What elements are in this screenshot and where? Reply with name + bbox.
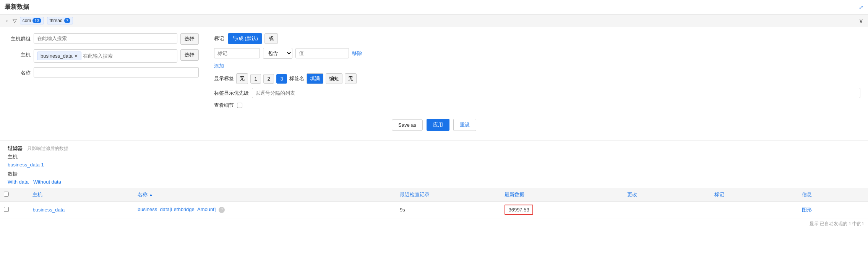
host-group-row: 主机群组 选择 bbox=[8, 33, 199, 45]
graph-link[interactable]: 图形 bbox=[802, 207, 812, 213]
filter-left: 主机群组 选择 主机 business_data ✕ bbox=[8, 33, 199, 113]
table-body: business_data business_data[Lethbridge_A… bbox=[0, 202, 868, 218]
data-sub-label: 数据 bbox=[8, 171, 18, 177]
display-none2-button[interactable]: 无 bbox=[345, 73, 357, 84]
shorten-button[interactable]: 编短 bbox=[326, 73, 342, 84]
tag-badge-com-count: 13 bbox=[32, 18, 41, 23]
save-as-button[interactable]: Save as bbox=[392, 119, 423, 131]
back-button[interactable]: ‹ bbox=[5, 17, 10, 24]
filter-info-title-row: 过滤器 只影响过滤后的数据 bbox=[8, 145, 860, 152]
col-header-last-check[interactable]: 最近检查记录 bbox=[396, 188, 501, 202]
host-group-select-button[interactable]: 选择 bbox=[180, 33, 199, 45]
row-host-link[interactable]: business_data bbox=[32, 207, 65, 213]
remove-tag-link[interactable]: 移除 bbox=[352, 50, 362, 57]
host-group-label: 主机群组 bbox=[8, 33, 31, 42]
col-header-checkbox bbox=[0, 188, 29, 202]
filter-panel: 主机群组 选择 主机 business_data ✕ bbox=[0, 27, 868, 140]
display-1-button[interactable]: 1 bbox=[250, 74, 261, 84]
row-latest-data-cell: 36997.53 bbox=[501, 202, 623, 218]
footer-text: 显示 已自动发现的 1 中的1 bbox=[0, 218, 868, 229]
table-row: business_data business_data[Lethbridge_A… bbox=[0, 202, 868, 218]
host-sub-row: 主机 bbox=[8, 153, 860, 160]
host-row: 主机 business_data ✕ 选择 bbox=[8, 49, 199, 63]
page-header: 最新数据 ⤢ bbox=[0, 0, 868, 15]
name-input[interactable] bbox=[34, 67, 199, 77]
tag-badge-thread[interactable]: thread 7 bbox=[47, 17, 73, 24]
toolbar-right: ∨ bbox=[859, 17, 863, 24]
tag-badge-com[interactable]: com 13 bbox=[20, 17, 44, 24]
display-none-button[interactable]: 无 bbox=[236, 73, 248, 84]
page-wrapper: 最新数据 ⤢ ‹ ▽ com 13 thread 7 ∨ 主机群组 bbox=[0, 0, 868, 271]
tag-badge-com-label: com bbox=[23, 18, 31, 23]
data-sub-row: 数据 bbox=[8, 171, 860, 177]
host-group-input[interactable] bbox=[34, 33, 177, 44]
host-select-button[interactable]: 选择 bbox=[180, 49, 199, 61]
reset-button[interactable]: 重设 bbox=[453, 119, 476, 131]
row-info-cell: 图形 bbox=[798, 202, 868, 218]
host-group-input-wrapper bbox=[34, 33, 177, 44]
tags-section-label: 标记 bbox=[214, 35, 224, 42]
tags-condition-row: 包含 等于 不包含 移除 bbox=[214, 48, 860, 59]
without-data-link[interactable]: Without data bbox=[33, 179, 61, 185]
with-data-link[interactable]: With data bbox=[8, 179, 29, 185]
tag-priority-input[interactable] bbox=[252, 88, 860, 98]
host-sub-label: 主机 bbox=[8, 154, 18, 160]
details-row: 查看细节 bbox=[214, 102, 860, 109]
tag-key-input[interactable] bbox=[214, 48, 260, 58]
tags-mode-row: 标记 与/成 (默认) 或 bbox=[214, 33, 860, 44]
details-checkbox[interactable] bbox=[237, 103, 242, 108]
tag-mode-or-button[interactable]: 或 bbox=[264, 33, 278, 44]
apply-button[interactable]: 应用 bbox=[427, 119, 449, 131]
col-header-host[interactable]: 主机 bbox=[29, 188, 133, 202]
tag-priority-label: 标签显示优先级 bbox=[214, 90, 249, 97]
col-header-info[interactable]: 信息 bbox=[798, 188, 868, 202]
name-label: 名称 bbox=[8, 67, 31, 76]
host-search-input[interactable] bbox=[83, 52, 174, 60]
name-input-wrapper bbox=[34, 67, 199, 77]
host-value[interactable]: business_data 1 bbox=[8, 162, 44, 168]
tag-badge-thread-label: thread bbox=[50, 18, 63, 23]
display-tags-row: 显示标签 无 1 2 3 标签名 填满 编短 无 bbox=[214, 73, 860, 84]
row-latest-data: 36997.53 bbox=[505, 205, 533, 215]
col-header-tags[interactable]: 标记 bbox=[711, 188, 798, 202]
col-header-name[interactable]: 名称 ▲ bbox=[134, 188, 396, 202]
data-table: 主机 名称 ▲ 最近检查记录 最新数据 更改 bbox=[0, 188, 868, 218]
expand-icon[interactable]: ⤢ bbox=[859, 4, 863, 10]
row-checkbox[interactable] bbox=[4, 207, 9, 212]
name-row: 名称 bbox=[8, 67, 199, 77]
table-header-row: 主机 名称 ▲ 最近检查记录 最新数据 更改 bbox=[0, 188, 868, 202]
display-3-button[interactable]: 3 bbox=[276, 74, 287, 84]
row-checkbox-cell bbox=[0, 202, 29, 218]
filter-data-row: With data Without data bbox=[8, 179, 860, 185]
host-tag: business_data ✕ bbox=[37, 52, 81, 60]
sort-asc-icon: ▲ bbox=[149, 192, 153, 197]
add-tag-wrapper: 添加 bbox=[214, 63, 860, 69]
page-title: 最新数据 bbox=[5, 3, 29, 11]
host-tag-remove[interactable]: ✕ bbox=[74, 53, 78, 59]
row-name-link[interactable]: business_data[Lethbridge_Amount] bbox=[138, 206, 216, 212]
tag-badge-thread-count: 7 bbox=[64, 18, 70, 23]
col-header-changes[interactable]: 更改 bbox=[623, 188, 711, 202]
filter-grid: 主机群组 选择 主机 business_data ✕ bbox=[8, 33, 860, 113]
host-input-area[interactable]: business_data ✕ bbox=[34, 49, 177, 63]
row-changes-cell bbox=[623, 202, 711, 218]
tag-mode-and-button[interactable]: 与/成 (默认) bbox=[228, 33, 262, 44]
host-input-wrapper: business_data ✕ bbox=[34, 49, 177, 63]
filter-right: 标记 与/成 (默认) 或 包含 等于 不包含 移除 bbox=[214, 33, 860, 113]
host-label: 主机 bbox=[8, 49, 31, 58]
tag-op-select[interactable]: 包含 等于 不包含 bbox=[263, 48, 292, 59]
row-name-cell: business_data[Lethbridge_Amount] ? bbox=[134, 202, 396, 218]
select-all-checkbox[interactable] bbox=[4, 192, 9, 197]
tag-name-label: 标签名 bbox=[289, 75, 304, 82]
row-host-cell: business_data bbox=[29, 202, 133, 218]
filter-info-title: 过滤器 bbox=[8, 145, 23, 151]
host-tag-value: business_data bbox=[41, 53, 73, 59]
details-label: 查看细节 bbox=[214, 102, 234, 109]
display-2-button[interactable]: 2 bbox=[263, 74, 274, 84]
help-icon[interactable]: ? bbox=[219, 207, 225, 213]
add-tag-link[interactable]: 添加 bbox=[214, 63, 224, 69]
tag-val-input[interactable] bbox=[295, 48, 349, 58]
col-header-latest-data[interactable]: 最新数据 bbox=[501, 188, 623, 202]
chevron-down-button[interactable]: ∨ bbox=[859, 17, 863, 24]
fill-mode-button[interactable]: 填满 bbox=[307, 73, 323, 84]
